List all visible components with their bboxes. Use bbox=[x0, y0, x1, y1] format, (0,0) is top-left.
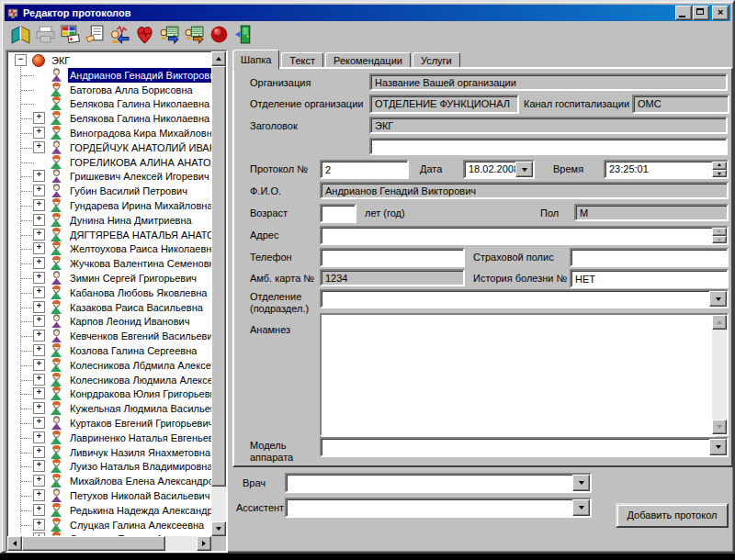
tree-expand-toggle[interactable]: + bbox=[33, 475, 45, 487]
tree-expand-toggle[interactable]: + bbox=[33, 229, 45, 241]
scroll-down-button[interactable] bbox=[211, 521, 226, 536]
tree-expand-toggle[interactable]: + bbox=[33, 315, 45, 327]
doctor-dropdown-button[interactable] bbox=[572, 475, 590, 491]
tree-item[interactable]: + Виноградова Кира Михайловна bbox=[7, 126, 211, 140]
scroll-down-button[interactable] bbox=[712, 420, 727, 434]
assistant-dropdown-button[interactable] bbox=[572, 499, 590, 516]
tree-expand-toggle[interactable]: + bbox=[33, 402, 45, 414]
assistant-combobox[interactable] bbox=[285, 498, 592, 518]
protocol-input[interactable] bbox=[320, 160, 409, 179]
tree-item[interactable]: + Луизо Наталья Владимировна bbox=[7, 459, 211, 474]
tree-item[interactable]: − ЭКГ bbox=[7, 53, 211, 68]
tree-view[interactable]: − ЭКГ Андрианов Генадий Викторович Батог… bbox=[7, 51, 211, 536]
tree-item[interactable]: + ДЯГТЯРЕВА НАТАЛЬЯ АНАТО bbox=[7, 228, 211, 242]
display-settings-button[interactable] bbox=[59, 23, 82, 46]
tree-expand-toggle[interactable]: + bbox=[33, 214, 45, 226]
tree-item[interactable]: + Козлова Галина Сергеевна bbox=[7, 343, 211, 358]
tree-expand-toggle[interactable]: + bbox=[33, 272, 45, 284]
tree-expand-toggle[interactable]: + bbox=[33, 359, 45, 371]
maximize-button[interactable] bbox=[693, 6, 709, 20]
tree-expand-toggle[interactable]: + bbox=[33, 257, 45, 269]
copy-protocol-button[interactable] bbox=[84, 23, 107, 46]
address-up-button[interactable] bbox=[712, 228, 727, 236]
anamnesis-scrollbar[interactable] bbox=[712, 315, 727, 434]
scroll-right-button[interactable] bbox=[197, 536, 211, 551]
tree-expand-toggle[interactable]: + bbox=[33, 286, 45, 298]
send-to-device-orange-button[interactable] bbox=[183, 23, 206, 46]
scroll-up-button[interactable] bbox=[712, 315, 727, 330]
tree-item[interactable]: + Колесникова Людмила Алексе bbox=[7, 373, 211, 387]
tree-expand-toggle[interactable]: + bbox=[33, 344, 45, 356]
doctor-combobox[interactable] bbox=[285, 473, 592, 493]
time-up-button[interactable] bbox=[712, 162, 727, 170]
tree-expand-toggle[interactable]: + bbox=[33, 170, 45, 182]
tree-expand-toggle[interactable]: + bbox=[33, 460, 45, 472]
tree-item[interactable]: + Жучкова Валентина Семеновна bbox=[7, 256, 211, 271]
tree-expand-toggle[interactable]: + bbox=[33, 446, 45, 458]
tree-expand-toggle[interactable]: + bbox=[33, 431, 45, 443]
tree-expand-toggle[interactable]: + bbox=[33, 374, 45, 386]
tree-item[interactable]: + Колесникова Лбдмила Алексее bbox=[7, 358, 211, 373]
tree-expand-toggle[interactable]: + bbox=[33, 387, 45, 399]
tree-item[interactable]: + Ливичук Назиля Янахметовна bbox=[7, 445, 211, 460]
tree-expand-toggle[interactable]: + bbox=[33, 199, 45, 211]
tree-item[interactable]: + Слуцкая Галина Алексеевна bbox=[7, 518, 211, 532]
tree-item[interactable]: + Петухов Николай Васильевич bbox=[7, 488, 211, 503]
add-protocol-button[interactable]: Добавить протокол bbox=[616, 503, 729, 528]
tree-item[interactable]: + Дунина Нина Дмитриевна bbox=[7, 213, 211, 228]
date-combobox[interactable]: 18.02.2008 bbox=[463, 160, 535, 179]
model-combobox[interactable] bbox=[320, 437, 729, 457]
tree-item[interactable]: + Кужельная Людмила Васильев bbox=[7, 401, 211, 416]
scroll-left-button[interactable] bbox=[7, 536, 22, 551]
tree-horizontal-scrollbar[interactable] bbox=[7, 536, 211, 551]
tree-expand-toggle[interactable]: + bbox=[33, 504, 45, 516]
tree-item[interactable]: + Белякова Галина Николаевна bbox=[7, 111, 211, 126]
tree-expand-toggle[interactable]: + bbox=[33, 301, 45, 313]
tree-item[interactable]: + ГОРДЕЙЧУК АНАТОЛИЙ ИВАН bbox=[7, 140, 211, 155]
tree-expand-toggle[interactable]: + bbox=[33, 141, 45, 153]
subheader-field[interactable] bbox=[369, 138, 728, 155]
import-patient-ecg-button[interactable] bbox=[108, 23, 131, 46]
address-field[interactable] bbox=[320, 226, 729, 245]
tab-Шапка[interactable]: Шапка bbox=[232, 50, 279, 70]
tree-expand-toggle[interactable]: + bbox=[33, 330, 45, 342]
tree-item[interactable]: + Желтоухова Раиса Николаевна bbox=[7, 241, 211, 256]
tree-item[interactable]: + Губин Василий Петрович bbox=[7, 184, 211, 198]
tree-item[interactable]: + Казакова Раиса Васильевна bbox=[7, 300, 211, 315]
tree-item[interactable]: + Конрдракова Юлия Григорьевн bbox=[7, 386, 211, 401]
tree-item[interactable]: ГОРЕЛИКОВА АЛИНА АНАТОЛ bbox=[7, 155, 211, 170]
help-book-button[interactable] bbox=[9, 23, 32, 46]
record-button[interactable] bbox=[208, 23, 231, 46]
address-down-button[interactable] bbox=[712, 236, 727, 244]
tree-item[interactable]: Батогова Алла Борисовна bbox=[7, 83, 211, 97]
tree-expand-toggle[interactable]: + bbox=[33, 242, 45, 254]
vertical-scroll-thumb[interactable] bbox=[211, 66, 226, 487]
tree-expand-toggle[interactable]: + bbox=[33, 127, 45, 139]
tree-item[interactable]: Белякова Галина Николаевна bbox=[7, 96, 211, 111]
model-dropdown-button[interactable] bbox=[709, 439, 727, 455]
tree-item[interactable]: + Гундарева Ирина Михайловна bbox=[7, 198, 211, 213]
tree-expand-toggle[interactable]: + bbox=[33, 112, 45, 124]
print-button[interactable] bbox=[34, 23, 57, 46]
heart-ecg-button[interactable] bbox=[133, 23, 156, 46]
tree-item[interactable]: + Кабанова Любовь Яковлевна bbox=[7, 286, 211, 300]
unit-combobox[interactable] bbox=[320, 289, 729, 308]
scroll-up-button[interactable] bbox=[211, 51, 226, 66]
tree-item[interactable]: + Кевченков Евгений Васильевич bbox=[7, 329, 211, 343]
unit-dropdown-button[interactable] bbox=[709, 291, 727, 307]
tree-expand-toggle[interactable]: + bbox=[33, 185, 45, 196]
tree-item-selected[interactable]: Андрианов Генадий Викторович bbox=[7, 68, 211, 83]
tree-item[interactable]: + Гришкевич Алексей Игоревич bbox=[7, 169, 211, 184]
tree-expand-toggle[interactable]: − bbox=[15, 54, 27, 66]
anamnesis-textarea[interactable] bbox=[322, 315, 716, 438]
history-input[interactable] bbox=[570, 269, 729, 288]
minimize-button[interactable] bbox=[675, 6, 692, 20]
tree-item[interactable]: + Зимин Сергей Григорьевич bbox=[7, 271, 211, 286]
horizontal-scroll-thumb[interactable] bbox=[22, 536, 165, 551]
time-spinner[interactable]: 23:25:01 bbox=[604, 160, 729, 179]
exit-button[interactable] bbox=[232, 23, 255, 46]
tree-item[interactable]: + Редькина Надежда Александро bbox=[7, 503, 211, 518]
age-input[interactable] bbox=[320, 204, 356, 223]
close-button[interactable]: × bbox=[712, 6, 729, 20]
policy-input[interactable] bbox=[570, 248, 729, 267]
